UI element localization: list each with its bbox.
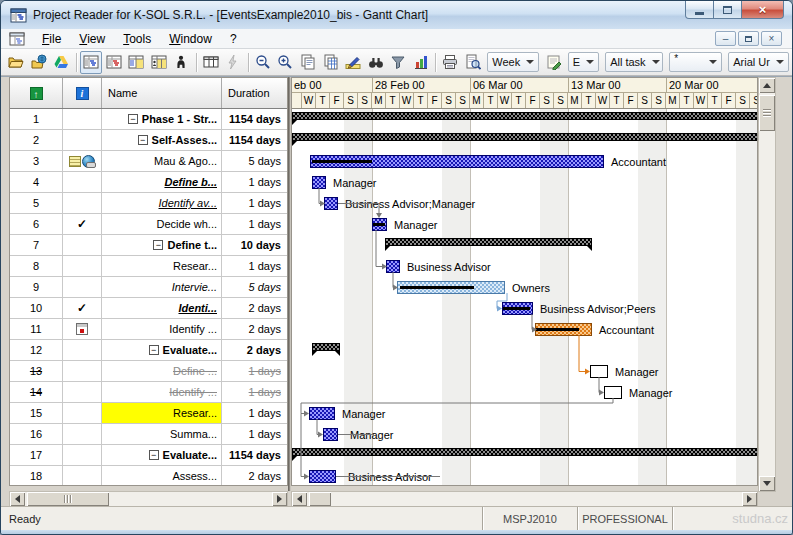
summary-bar[interactable] bbox=[292, 112, 757, 120]
mdi-restore-button[interactable] bbox=[738, 31, 759, 46]
table-row[interactable]: 3Mau & Ago...5 days bbox=[10, 151, 287, 172]
scroll-thumb[interactable] bbox=[759, 95, 775, 131]
collapse-icon[interactable]: − bbox=[149, 450, 159, 460]
table-row[interactable]: 1−Phase 1 - Str...1154 days bbox=[10, 109, 287, 130]
duration-cell: 1 days bbox=[222, 403, 287, 423]
table-row[interactable]: 18Assess...2 days bbox=[10, 466, 287, 486]
progress-line bbox=[503, 307, 530, 310]
restore-button[interactable] bbox=[714, 1, 742, 19]
collapse-icon[interactable]: − bbox=[149, 345, 159, 355]
scroll-left-button[interactable] bbox=[10, 492, 25, 506]
chart-button[interactable] bbox=[410, 51, 433, 74]
column-header-name[interactable]: Name bbox=[102, 78, 222, 108]
collapse-icon[interactable]: − bbox=[153, 240, 163, 250]
view-resource-sheet-button[interactable] bbox=[147, 51, 170, 74]
notes-mode-dropdown[interactable]: E bbox=[568, 52, 599, 72]
column-header-sort[interactable]: ↑ bbox=[10, 78, 63, 108]
table-row[interactable]: 4Define b...1 days bbox=[10, 172, 287, 193]
timescale-dropdown[interactable]: Week bbox=[487, 52, 539, 72]
menu-file[interactable]: File bbox=[33, 30, 70, 48]
task-bar[interactable] bbox=[323, 428, 338, 441]
summary-bar[interactable] bbox=[292, 448, 757, 456]
table-row[interactable]: 6✓Decide wh...1 days bbox=[10, 214, 287, 235]
menu-window[interactable]: Window bbox=[160, 30, 221, 48]
collapse-icon[interactable]: − bbox=[128, 114, 138, 124]
close-button[interactable]: × bbox=[742, 1, 784, 19]
find-button[interactable] bbox=[364, 51, 387, 74]
format-bar-button[interactable] bbox=[342, 51, 365, 74]
table-row[interactable]: 17−Evaluate...1154 days bbox=[10, 445, 287, 466]
zoom-out-button[interactable] bbox=[252, 51, 275, 74]
collapse-icon[interactable]: − bbox=[138, 135, 148, 145]
mdi-close-button[interactable]: × bbox=[761, 31, 782, 46]
timeline-day-cell: S bbox=[344, 93, 358, 108]
table-row[interactable]: 12−Evaluate...2 days bbox=[10, 340, 287, 361]
copy-table-button[interactable] bbox=[319, 51, 342, 74]
scroll-down-button[interactable] bbox=[759, 476, 775, 491]
view-task-usage-button[interactable] bbox=[125, 51, 148, 74]
task-bar[interactable] bbox=[604, 386, 622, 399]
table-hscrollbar[interactable] bbox=[9, 491, 288, 507]
table-row[interactable]: 11Identify ...2 days bbox=[10, 319, 287, 340]
font-dropdown[interactable]: Arial Ur bbox=[728, 52, 789, 72]
task-bar[interactable] bbox=[309, 470, 336, 483]
chart-body[interactable]: AccountantManagerBusiness Advisor;Manage… bbox=[292, 109, 757, 486]
scroll-right-button[interactable] bbox=[272, 492, 287, 506]
filter-button[interactable] bbox=[387, 51, 410, 74]
table-row[interactable]: 15Resear...1 days bbox=[10, 403, 287, 424]
task-bar[interactable] bbox=[312, 176, 326, 189]
task-bar[interactable] bbox=[590, 365, 608, 378]
scroll-right-button[interactable] bbox=[742, 492, 757, 506]
summary-bar[interactable] bbox=[292, 133, 757, 141]
table-row[interactable]: 2−Self-Asses...1154 days bbox=[10, 130, 287, 151]
table-row[interactable]: 16Summa...1 days bbox=[10, 424, 287, 445]
open-file-button[interactable] bbox=[5, 51, 28, 74]
table-row[interactable]: 8Resear...1 days bbox=[10, 256, 287, 277]
gantt-hscrollbar[interactable] bbox=[291, 491, 758, 507]
scroll-thumb[interactable] bbox=[27, 492, 109, 506]
copy-picture-button[interactable] bbox=[297, 51, 320, 74]
custom-dropdown[interactable]: * bbox=[669, 52, 722, 72]
summary-cap bbox=[385, 245, 391, 251]
zoom-in-button[interactable] bbox=[274, 51, 297, 74]
menu-view[interactable]: View bbox=[70, 30, 114, 48]
view-gantt-button[interactable] bbox=[80, 51, 103, 74]
summary-bar[interactable] bbox=[385, 238, 592, 246]
task-bar[interactable] bbox=[324, 197, 338, 210]
timeline-day-cell: S bbox=[750, 93, 758, 108]
table-row[interactable]: 9Intervie...5 days bbox=[10, 277, 287, 298]
column-header-info[interactable]: i bbox=[63, 78, 102, 108]
filter-dropdown[interactable]: All task bbox=[605, 52, 663, 72]
view-tracking-gantt-button[interactable] bbox=[102, 51, 125, 74]
view-resource-form-button[interactable] bbox=[170, 51, 193, 74]
table-row[interactable]: 10✓Identi...2 days bbox=[10, 298, 287, 319]
task-bar[interactable] bbox=[386, 260, 400, 273]
timeline-day-cell: T bbox=[708, 93, 722, 108]
zoom-in-icon bbox=[277, 54, 293, 70]
view-columns-button[interactable] bbox=[200, 51, 223, 74]
table-row[interactable]: 13Define ...1 days bbox=[10, 361, 287, 382]
duration-value: 1 days bbox=[249, 407, 281, 419]
task-name: Identify ... bbox=[169, 386, 217, 398]
print-button[interactable] bbox=[439, 51, 462, 74]
scroll-left-button[interactable] bbox=[292, 492, 307, 506]
table-row[interactable]: 7−Define t...10 days bbox=[10, 235, 287, 256]
column-header-duration[interactable]: Duration bbox=[222, 78, 287, 108]
notes-button[interactable] bbox=[542, 51, 565, 74]
open-url-button[interactable] bbox=[28, 51, 51, 74]
scroll-thumb[interactable] bbox=[309, 492, 331, 506]
scroll-up-button[interactable] bbox=[759, 78, 775, 93]
task-bar[interactable] bbox=[309, 407, 335, 420]
minimize-button[interactable] bbox=[685, 1, 714, 19]
menu-help[interactable]: ? bbox=[221, 30, 246, 48]
gantt-vscrollbar[interactable] bbox=[758, 77, 776, 492]
table-row[interactable]: 5Identify av...1 days bbox=[10, 193, 287, 214]
google-drive-button[interactable] bbox=[50, 51, 73, 74]
menu-tools[interactable]: Tools bbox=[114, 30, 160, 48]
table-row[interactable]: 14Identify ...1 days bbox=[10, 382, 287, 403]
print-preview-button[interactable] bbox=[462, 51, 485, 74]
duration-value: 1 days bbox=[249, 176, 281, 188]
timeline-day-cell: M bbox=[372, 93, 386, 108]
mdi-minimize-button[interactable]: – bbox=[715, 31, 736, 46]
title-bar[interactable]: Project Reader for K-SOL S.R.L. - [Event… bbox=[1, 1, 792, 29]
